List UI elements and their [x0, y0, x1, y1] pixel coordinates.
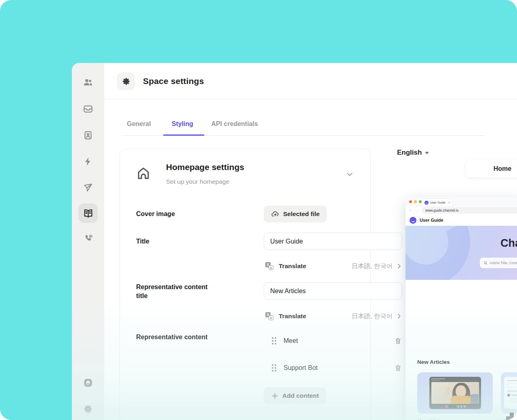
browser-tab-title: User Guide — [430, 201, 446, 204]
translate-languages: 日本語, 한국어 — [351, 262, 393, 271]
open-book-icon — [83, 208, 94, 219]
favicon-channel-icon — [425, 201, 429, 205]
selected-file-button[interactable]: Selected file — [264, 206, 327, 223]
title-label: Title — [136, 237, 217, 246]
title-input[interactable] — [264, 233, 402, 250]
search-placeholder: Article Title, Content — [490, 261, 517, 265]
site-logo-icon — [410, 217, 416, 224]
cursor-fragment — [510, 413, 514, 416]
tab-api-credentials[interactable]: API credentials — [211, 120, 258, 128]
home-icon — [136, 165, 151, 181]
hero-search-box: Article Title, Content — [480, 258, 517, 268]
browser-tab: User Guide × — [422, 199, 452, 206]
people-icon — [83, 77, 93, 88]
translate-label: Translate — [279, 313, 306, 320]
translate-row-title[interactable]: 文A Translate 日本語, 한국어 — [265, 261, 402, 271]
chevron-right-icon — [396, 313, 402, 319]
tab-styling[interactable]: Styling — [172, 120, 193, 128]
traffic-red-icon — [409, 200, 412, 203]
article-card-meet — [417, 372, 493, 414]
plus-icon — [271, 392, 279, 400]
trash-icon[interactable] — [394, 364, 402, 372]
search-icon — [483, 261, 488, 265]
chat-thumbnail — [504, 377, 517, 409]
article-title: Meet Video — [417, 418, 445, 420]
translate-icon: 文A — [265, 262, 273, 270]
app-window: Space settings General Styling API crede… — [72, 63, 517, 420]
content-item-row: Meet — [272, 336, 402, 346]
homepage-settings-card: Homepage settings Set up your homepage C… — [120, 149, 371, 420]
paper-plane-icon — [83, 183, 93, 193]
sidebar-item-channel[interactable] — [78, 373, 98, 393]
gear-icon — [122, 77, 131, 86]
traffic-green-icon — [419, 200, 422, 203]
content-item-row: Support Bot — [272, 363, 402, 373]
lightning-icon — [83, 156, 93, 167]
browser-tabstrip: User Guide × — [406, 197, 517, 206]
trash-icon[interactable] — [394, 337, 402, 345]
selected-file-label: Selected file — [283, 210, 319, 218]
page-header: Space settings — [104, 63, 517, 99]
sidebar-item-guide[interactable] — [78, 204, 98, 223]
drag-handle-icon[interactable] — [272, 364, 276, 372]
card-subtitle: Set up your homepage — [166, 178, 229, 185]
drag-handle-icon[interactable] — [272, 337, 276, 344]
sidebar-item-automation[interactable] — [78, 152, 98, 171]
inbox-icon — [83, 104, 93, 114]
page-icon-container — [117, 72, 135, 90]
phone-call-icon — [83, 233, 93, 244]
site-name: User Guide — [420, 218, 443, 223]
channel-logo-icon — [83, 378, 93, 388]
new-articles-heading: New Articles — [417, 359, 450, 365]
content-item-label: Support Bot — [284, 364, 318, 372]
cloud-upload-icon — [271, 210, 280, 218]
article-card-support — [501, 372, 517, 414]
active-tab-underline — [163, 134, 204, 136]
rep-content-title-label: Representative content title — [136, 283, 217, 300]
sidebar-item-campaigns[interactable] — [78, 178, 98, 197]
rep-content-title-input[interactable] — [264, 282, 402, 300]
traffic-yellow-icon — [414, 200, 417, 203]
dropdown-arrow-icon — [425, 152, 429, 154]
chevron-right-icon — [396, 263, 402, 269]
sidebar-item-settings[interactable] — [78, 399, 98, 419]
browser-url-bar: www.guide.channel.io — [422, 207, 517, 214]
cover-image-label: Cover image — [136, 210, 217, 218]
contact-card-icon — [83, 130, 93, 141]
translate-label: Translate — [279, 262, 306, 270]
rep-content-label: Representative content — [136, 333, 217, 342]
cursor-fragment — [506, 416, 517, 420]
add-content-button[interactable]: Add content — [264, 387, 326, 404]
hero-swoosh-shape — [406, 226, 482, 280]
site-preview-browser: User Guide × ← → www.guide.channel.io Us… — [406, 197, 517, 420]
chevron-down-icon[interactable] — [345, 170, 354, 179]
hero-title: Channel — [500, 237, 517, 250]
page-title: Space settings — [143, 76, 204, 86]
language-dropdown[interactable]: English — [397, 149, 429, 157]
language-value: English — [397, 149, 422, 157]
home-tab-label: Home — [494, 165, 511, 172]
tab-close-icon: × — [448, 201, 450, 204]
browser-forward-icon: → — [415, 208, 419, 212]
translate-languages: 日本語, 한국어 — [351, 312, 393, 321]
translate-icon: 文A — [265, 312, 273, 320]
card-title: Homepage settings — [166, 162, 244, 172]
add-content-label: Add content — [282, 392, 319, 399]
sidebar-item-contacts[interactable] — [78, 126, 98, 145]
sidebar-item-calls[interactable] — [78, 229, 98, 248]
browser-back-icon: ← — [409, 208, 413, 212]
preview-home-tab[interactable]: Home — [466, 160, 517, 177]
tab-general[interactable]: General — [127, 120, 151, 128]
sidebar — [72, 63, 104, 420]
sidebar-item-teammates[interactable] — [78, 73, 98, 92]
content-item-label: Meet — [284, 337, 298, 344]
video-call-thumbnail — [429, 377, 481, 409]
site-hero: Channel Article Title, Content — [406, 226, 517, 280]
site-header: User Guide — [406, 214, 517, 226]
url-text: www.guide.channel.io — [425, 208, 458, 212]
gear-icon — [83, 404, 93, 414]
sidebar-item-inbox[interactable] — [78, 99, 98, 119]
translate-row-rep-title[interactable]: 文A Translate 日本語, 한국어 — [265, 311, 402, 321]
screenshot-root: Space settings General Styling API crede… — [0, 0, 517, 420]
